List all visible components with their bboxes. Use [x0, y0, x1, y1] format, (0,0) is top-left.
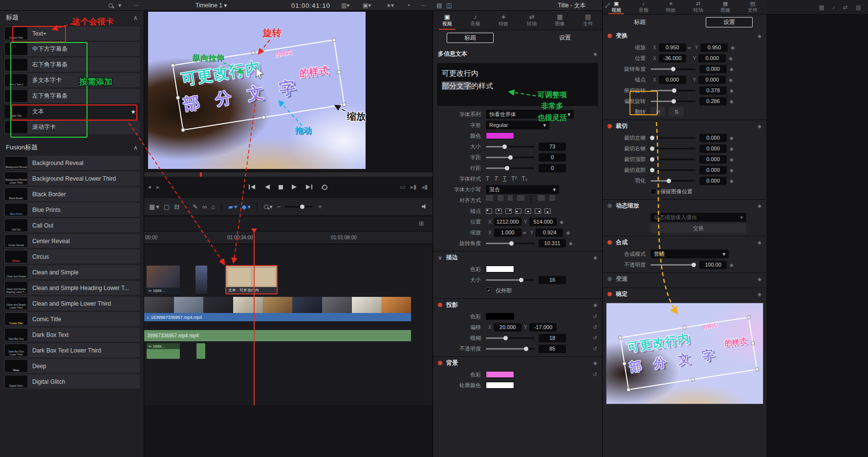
keyframe-icon[interactable]: ◆ [730, 178, 734, 184]
tab-image[interactable]: ▦图像 [546, 11, 574, 30]
timeline-grid-icon[interactable]: ⊞ [419, 220, 424, 227]
anchor-y-value[interactable]: 0.000 [698, 76, 726, 84]
composite-enable-toggle[interactable] [608, 240, 612, 245]
fusion-title-item[interactable]: DeepDeep [4, 359, 140, 373]
crop-left-value[interactable]: 0.000 [699, 134, 727, 142]
italic-icon[interactable]: T [494, 175, 498, 182]
bold-icon[interactable]: T [486, 175, 489, 182]
fusion-title-item[interactable]: Clean and Simple Lower ThirdClean and Si… [4, 296, 140, 311]
timeline-zoom-slider[interactable] [285, 206, 312, 208]
tab-video[interactable]: ▣视频 [433, 11, 461, 30]
keyframe-icon[interactable]: ◆ [593, 255, 597, 260]
anchor-bottom-icon[interactable] [544, 208, 551, 214]
window-expand-icon[interactable]: ⤢ [605, 0, 610, 11]
titles-section-header[interactable]: 标题 ∧ [0, 11, 144, 24]
keyframe-icon[interactable]: ◆ [593, 302, 597, 308]
collapse-chevron-icon[interactable]: ∧ [133, 144, 138, 151]
crop-bottom-slider[interactable] [651, 167, 695, 173]
transport-right-icons[interactable]: ▭▸▮◂▮ [400, 179, 428, 195]
anchor-tr-icon[interactable] [505, 208, 512, 214]
play-reverse-button[interactable] [264, 184, 270, 190]
subtab-settings[interactable]: 设置 [706, 17, 753, 27]
tab-transitions[interactable]: ⇄转场 [518, 11, 546, 30]
richtext-editor[interactable]: 可更改行内 部分文字的样式 [437, 63, 598, 106]
flag-icon[interactable]: ▰▾ [228, 203, 238, 210]
fusion-title-item[interactable]: Background RevealBackground Reveal [4, 156, 140, 170]
underline-icon[interactable]: T [503, 175, 506, 182]
panel-icon[interactable]: ♪ [832, 4, 835, 11]
align-right-icon[interactable] [508, 196, 513, 202]
loop-button[interactable] [321, 184, 328, 190]
marker-icon[interactable]: ◆▾ [242, 203, 251, 210]
stroke-section-header[interactable]: ∨ 描边 ◆ [433, 251, 602, 264]
search-icon[interactable] [108, 0, 113, 11]
fusion-title-item[interactable]: Black BorderBlack Border [4, 187, 140, 201]
panel-icon[interactable]: ⇄ [843, 4, 848, 11]
position-lock-icon[interactable]: ⌂ [211, 203, 215, 210]
keyframe-icon[interactable]: ◆ [730, 262, 734, 268]
stabilization-enable-toggle[interactable] [608, 292, 612, 296]
fusion-title-item[interactable]: Call OutCall Out [4, 218, 140, 232]
keyframe-icon[interactable]: ◆ [729, 56, 733, 61]
shadow-offset-x[interactable]: 20.000 [494, 323, 521, 332]
reset-icon[interactable]: ↺ [593, 372, 597, 378]
dynamic-zoom-enable-toggle[interactable] [608, 204, 612, 208]
shadow-color-swatch[interactable] [486, 313, 514, 320]
keyframe-icon[interactable]: ◆ [758, 291, 761, 297]
dual-viewer-icon[interactable]: ◫ [446, 0, 452, 11]
shadow-offset-y[interactable]: -17.000 [529, 323, 557, 332]
fusion-title-item[interactable]: Blue PrintsBlue Prints [4, 203, 140, 217]
keyframe-icon[interactable]: ◆ [730, 146, 734, 151]
outside-only-checkbox[interactable]: ✓ [486, 288, 492, 293]
fusion-title-item[interactable]: Clean and Simple Heading Lower T...Clean… [4, 281, 140, 295]
transform-pos-x[interactable]: -36.000 [659, 54, 686, 62]
tracking-value[interactable]: 0 [539, 153, 566, 162]
tab-file[interactable]: ▤文件 [739, 0, 766, 14]
handle-mid-right[interactable] [337, 70, 341, 74]
viewer-scope-icon[interactable]: ▣ ▾ [363, 0, 371, 11]
align-justify-icon[interactable] [517, 196, 524, 202]
superscript-icon[interactable]: T² [511, 175, 517, 182]
align-middle-icon[interactable] [549, 196, 555, 202]
collapse-chevron-icon[interactable]: ∧ [133, 14, 138, 21]
transform-zoom-x[interactable]: 0.950 [659, 43, 686, 52]
speed-section-header[interactable]: 变速 ◆ [603, 272, 766, 285]
text-color-swatch[interactable] [486, 132, 514, 139]
outline-color-swatch[interactable] [486, 382, 514, 389]
pitch-value[interactable]: 0.378 [699, 86, 727, 95]
text-size-value[interactable]: 73 [539, 143, 566, 151]
video-clip-narrow[interactable] [195, 266, 207, 294]
shadow-blur-value[interactable]: 18 [539, 334, 566, 342]
subscript-icon[interactable]: T₂ [521, 175, 527, 182]
rotation-value[interactable]: 10.311 [539, 239, 566, 248]
handle-bottom-center[interactable] [261, 115, 266, 120]
panel-icon[interactable]: ▦ [819, 4, 824, 11]
timeline-ruler[interactable]: 00:00 01:00:34:00 01:01:08:00 [144, 231, 433, 244]
edit-mode-icon[interactable]: ✎ [193, 203, 198, 210]
keyframe-icon[interactable]: ◆ [730, 99, 734, 104]
audio-mute-icon[interactable] [422, 204, 428, 209]
crop-right-slider[interactable] [651, 145, 695, 152]
keyframe-icon[interactable]: ◆ [593, 51, 597, 57]
go-to-start-button[interactable] [248, 184, 256, 190]
swap-button[interactable]: 交换 [651, 223, 746, 233]
anchor-x-value[interactable]: 0.000 [659, 76, 686, 84]
reset-icon[interactable]: ↺ [593, 335, 597, 341]
keyframe-icon[interactable]: ◆ [560, 219, 564, 225]
fusion-title-item[interactable]: Background Reveal Lower ThirdBackground … [4, 171, 140, 186]
anchor-top-icon[interactable] [496, 208, 502, 214]
crop-section-header[interactable]: 裁切 ◆ [603, 120, 766, 132]
shadow-blur-slider[interactable] [486, 335, 535, 341]
font-case-dropdown[interactable]: 混合▾ [486, 185, 559, 194]
panel-options-icon[interactable]: ⋯ [133, 0, 139, 11]
tracking-slider[interactable] [486, 154, 535, 161]
keyframe-icon[interactable]: ◆ [730, 135, 734, 141]
keyframe-icon[interactable]: ◆ [566, 230, 570, 235]
keyframe-icon[interactable]: ◆ [569, 241, 573, 246]
background-section-header[interactable]: 背景 ◆ [433, 356, 602, 369]
transform-rotation-value[interactable]: 0.000 [699, 65, 727, 73]
speed-enable-toggle[interactable] [608, 277, 612, 281]
softness-value[interactable]: 0.000 [699, 177, 727, 185]
handle-top-left[interactable] [171, 63, 175, 67]
dynamic-zoom-ease-dropdown[interactable]: 动态缩放缓入缓出▾ [651, 213, 746, 222]
